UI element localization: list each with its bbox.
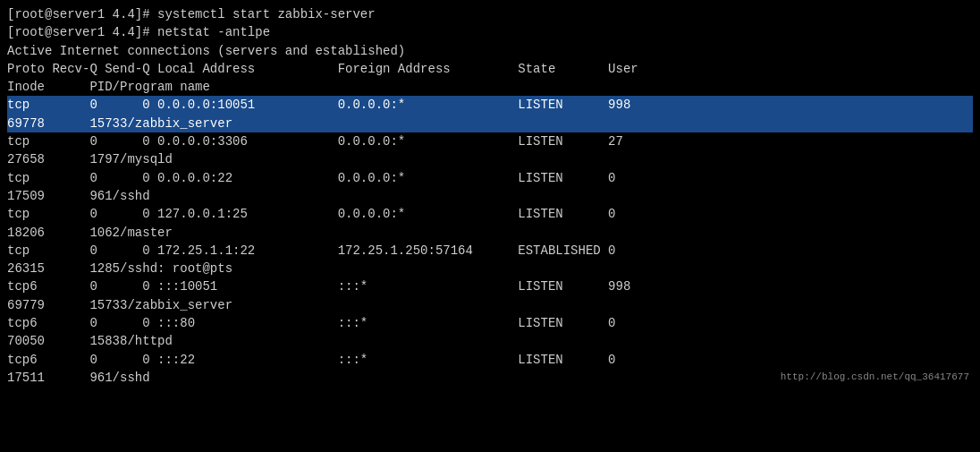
terminal-line: tcp 0 0 127.0.0.1:25 0.0.0.0:* LISTEN 0 xyxy=(7,205,973,223)
terminal-line: 26315 1285/sshd: root@pts xyxy=(7,260,973,277)
terminal-line: 18206 1062/master xyxy=(7,224,973,242)
terminal: [root@server1 4.4]# systemctl start zabb… xyxy=(0,0,980,452)
terminal-line-highlighted: 69778 15733/zabbix_server xyxy=(7,115,973,132)
terminal-line: [root@server1 4.4]# netstat -antlpe xyxy=(7,23,973,41)
terminal-line-highlighted: tcp 0 0 0.0.0.0:10051 0.0.0.0:* LISTEN 9… xyxy=(7,96,973,114)
terminal-line: tcp6 0 0 :::80 :::* LISTEN 0 xyxy=(7,314,973,332)
terminal-line: tcp 0 0 0.0.0.0:3306 0.0.0.0:* LISTEN 27 xyxy=(7,132,973,150)
terminal-line: tcp6 0 0 :::10051 :::* LISTEN 998 xyxy=(7,277,973,295)
terminal-line: tcp 0 0 172.25.1.1:22 172.25.1.250:57164… xyxy=(7,242,973,260)
terminal-line: 17509 961/sshd xyxy=(7,187,973,205)
terminal-line: 70050 15838/httpd xyxy=(7,332,973,350)
terminal-line: tcp 0 0 0.0.0.0:22 0.0.0.0:* LISTEN 0 xyxy=(7,169,973,187)
terminal-line: tcp6 0 0 :::22 :::* LISTEN 0 xyxy=(7,351,973,369)
terminal-line: Inode PID/Program name xyxy=(7,78,973,96)
terminal-line: 27658 1797/mysqld xyxy=(7,150,973,168)
terminal-line: Proto Recv-Q Send-Q Local Address Foreig… xyxy=(7,60,973,78)
terminal-line: [root@server1 4.4]# systemctl start zabb… xyxy=(7,5,973,23)
watermark: http://blog.csdn.net/qq_36417677 xyxy=(781,371,969,382)
terminal-line: 69779 15733/zabbix_server xyxy=(7,296,973,314)
terminal-line: Active Internet connections (servers and… xyxy=(7,42,973,60)
